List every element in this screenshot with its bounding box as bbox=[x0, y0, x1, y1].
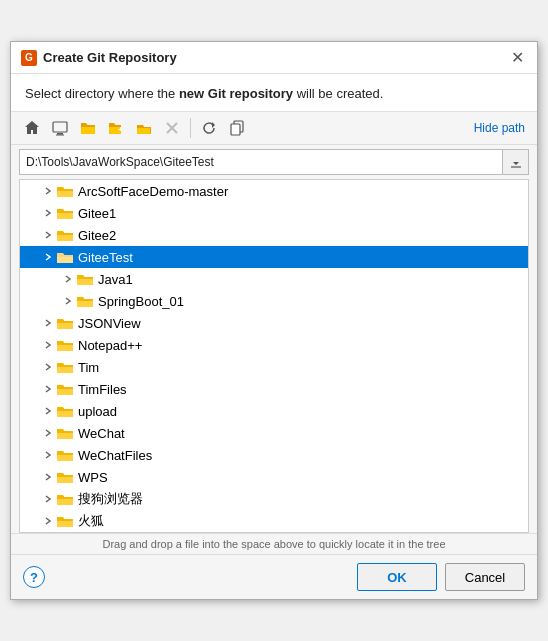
tree-item-firefox[interactable]: 火狐 bbox=[20, 510, 528, 532]
tree-item-label: upload bbox=[78, 404, 117, 419]
app-icon: G bbox=[21, 50, 37, 66]
open-folder-button[interactable] bbox=[75, 116, 101, 140]
tree-item-wps[interactable]: WPS bbox=[20, 466, 528, 488]
description-bold: new Git repository bbox=[179, 86, 293, 101]
tree-item-jsonview[interactable]: JSONView bbox=[20, 312, 528, 334]
tree-item-label: WPS bbox=[78, 470, 108, 485]
svg-rect-7 bbox=[231, 124, 240, 135]
dialog-title: Create Git Repository bbox=[43, 50, 177, 65]
folder-open-icon bbox=[80, 121, 96, 135]
tree-item-giteetest[interactable]: GiteeTest bbox=[20, 246, 528, 268]
chevron-icon bbox=[40, 359, 56, 375]
svg-text:+: + bbox=[118, 125, 123, 134]
delete-button[interactable] bbox=[159, 116, 185, 140]
folder-icon bbox=[56, 338, 74, 352]
folder-new-icon: + bbox=[108, 121, 124, 135]
title-bar: G Create Git Repository ✕ bbox=[11, 42, 537, 74]
svg-rect-2 bbox=[56, 135, 64, 136]
copy-path-button[interactable] bbox=[224, 116, 250, 140]
svg-rect-0 bbox=[53, 122, 67, 132]
tree-item-label: Tim bbox=[78, 360, 99, 375]
folder-icon bbox=[56, 184, 74, 198]
delete-icon bbox=[164, 120, 180, 136]
tree-item-label: WeChatFiles bbox=[78, 448, 152, 463]
new-folder-button[interactable]: + bbox=[103, 116, 129, 140]
file-toolbar: + bbox=[11, 112, 537, 145]
folder-icon bbox=[56, 382, 74, 396]
refresh-icon bbox=[201, 120, 217, 136]
folder-icon bbox=[56, 448, 74, 462]
folder-icon bbox=[76, 294, 94, 308]
help-button[interactable]: ? bbox=[23, 566, 45, 588]
ok-button[interactable]: OK bbox=[357, 563, 437, 591]
svg-rect-1 bbox=[57, 133, 63, 135]
tree-item-label: Gitee1 bbox=[78, 206, 116, 221]
dialog-footer: ? OK Cancel bbox=[11, 554, 537, 599]
chevron-icon bbox=[60, 271, 76, 287]
folder-icon bbox=[56, 228, 74, 242]
download-icon bbox=[510, 156, 522, 168]
home-button[interactable] bbox=[19, 116, 45, 140]
tree-item-timfiles[interactable]: TimFiles bbox=[20, 378, 528, 400]
tree-item-label: Gitee2 bbox=[78, 228, 116, 243]
tree-item-upload[interactable]: upload bbox=[20, 400, 528, 422]
drag-hint: Drag and drop a file into the space abov… bbox=[11, 533, 537, 554]
folder-icon bbox=[76, 272, 94, 286]
chevron-icon bbox=[40, 447, 56, 463]
description-text: Select directory where the new Git repos… bbox=[11, 74, 537, 112]
chevron-icon bbox=[40, 513, 56, 529]
refresh-button[interactable] bbox=[196, 116, 222, 140]
tree-item-label: JSONView bbox=[78, 316, 141, 331]
path-download-button[interactable] bbox=[502, 150, 528, 174]
monitor-icon bbox=[52, 120, 68, 136]
chevron-icon bbox=[40, 403, 56, 419]
directory-tree[interactable]: ArcSoftFaceDemo-master Gitee1 Gitee2 Git… bbox=[19, 179, 529, 533]
path-input[interactable] bbox=[20, 150, 502, 174]
folder-icon bbox=[56, 404, 74, 418]
chevron-icon bbox=[40, 183, 56, 199]
folder-icon bbox=[56, 316, 74, 330]
tree-item-arcsoft[interactable]: ArcSoftFaceDemo-master bbox=[20, 180, 528, 202]
copy-icon bbox=[229, 120, 245, 136]
chevron-icon bbox=[40, 491, 56, 507]
folder-icon bbox=[56, 470, 74, 484]
tree-item-label: Notepad++ bbox=[78, 338, 142, 353]
home-icon bbox=[24, 120, 40, 136]
chevron-icon bbox=[40, 425, 56, 441]
tree-item-label: GiteeTest bbox=[78, 250, 133, 265]
tree-item-java1[interactable]: Java1 bbox=[20, 268, 528, 290]
tree-item-notepad[interactable]: Notepad++ bbox=[20, 334, 528, 356]
folder-icon bbox=[56, 426, 74, 440]
chevron-icon bbox=[40, 469, 56, 485]
tree-item-label: Java1 bbox=[98, 272, 133, 287]
tree-item-label: 火狐 bbox=[78, 512, 104, 530]
tree-item-gitee2[interactable]: Gitee2 bbox=[20, 224, 528, 246]
create-git-repository-dialog: G Create Git Repository ✕ Select directo… bbox=[10, 41, 538, 600]
tree-item-label: 搜狗浏览器 bbox=[78, 490, 143, 508]
tree-item-gitee1[interactable]: Gitee1 bbox=[20, 202, 528, 224]
folder-icon bbox=[56, 514, 74, 528]
tree-item-sogou[interactable]: 搜狗浏览器 bbox=[20, 488, 528, 510]
chevron-icon bbox=[40, 315, 56, 331]
chevron-icon bbox=[40, 337, 56, 353]
tree-item-wechatfiles[interactable]: WeChatFiles bbox=[20, 444, 528, 466]
close-button[interactable]: ✕ bbox=[507, 48, 527, 68]
up-folder-button[interactable] bbox=[131, 116, 157, 140]
tree-item-tim[interactable]: Tim bbox=[20, 356, 528, 378]
folder-icon bbox=[56, 360, 74, 374]
tree-item-label: TimFiles bbox=[78, 382, 127, 397]
hide-path-button[interactable]: Hide path bbox=[470, 119, 529, 137]
tree-item-label: SpringBoot_01 bbox=[98, 294, 184, 309]
cancel-button[interactable]: Cancel bbox=[445, 563, 525, 591]
chevron-icon bbox=[40, 381, 56, 397]
tree-item-springboot[interactable]: SpringBoot_01 bbox=[20, 290, 528, 312]
folder-icon bbox=[56, 250, 74, 264]
description-prefix: Select directory where the bbox=[25, 86, 179, 101]
toolbar-separator bbox=[190, 118, 191, 138]
path-bar bbox=[19, 149, 529, 175]
desktop-button[interactable] bbox=[47, 116, 73, 140]
footer-buttons: OK Cancel bbox=[357, 563, 525, 591]
folder-icon bbox=[56, 492, 74, 506]
tree-item-wechat[interactable]: WeChat bbox=[20, 422, 528, 444]
tree-item-label: WeChat bbox=[78, 426, 125, 441]
